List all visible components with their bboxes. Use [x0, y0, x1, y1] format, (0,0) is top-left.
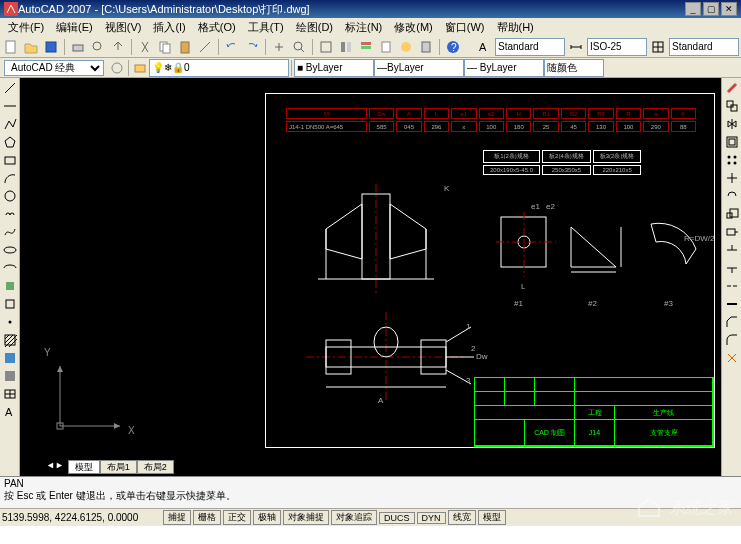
- polar-toggle[interactable]: 极轴: [253, 510, 281, 525]
- dim-style-combo[interactable]: ISO-25: [587, 38, 647, 56]
- point-tool[interactable]: [2, 314, 18, 330]
- toolpalettes-button[interactable]: [357, 38, 375, 56]
- table-tool[interactable]: [2, 386, 18, 402]
- block-tool[interactable]: [2, 296, 18, 312]
- menu-modify[interactable]: 修改(M): [388, 20, 439, 35]
- tab-model[interactable]: 模型: [68, 460, 100, 474]
- copy-tool[interactable]: [724, 98, 740, 114]
- xline-tool[interactable]: [2, 98, 18, 114]
- rect-tool[interactable]: [2, 152, 18, 168]
- explode-tool[interactable]: [724, 350, 740, 366]
- plotstyle-combo[interactable]: 随颜色: [544, 59, 604, 77]
- cut-button[interactable]: [136, 38, 154, 56]
- table-style-combo[interactable]: Standard: [669, 38, 739, 56]
- maximize-button[interactable]: ▢: [703, 2, 719, 16]
- layer-combo[interactable]: 💡❄🔒0: [149, 59, 289, 77]
- open-button[interactable]: [22, 38, 40, 56]
- model-toggle[interactable]: 模型: [478, 510, 506, 525]
- properties-button[interactable]: [317, 38, 335, 56]
- layer-props-button[interactable]: [131, 59, 149, 77]
- circle-tool[interactable]: [2, 188, 18, 204]
- color-combo[interactable]: ■ ByLayer: [294, 59, 374, 77]
- line-tool[interactable]: [2, 80, 18, 96]
- stretch-tool[interactable]: [724, 224, 740, 240]
- tab-layout2[interactable]: 布局2: [137, 460, 174, 474]
- zoom-button[interactable]: [290, 38, 308, 56]
- designcenter-button[interactable]: [337, 38, 355, 56]
- help-button[interactable]: ?: [444, 38, 462, 56]
- ellipsearc-tool[interactable]: [2, 260, 18, 276]
- arc-tool[interactable]: [2, 170, 18, 186]
- linetype-combo[interactable]: — ByLayer: [374, 59, 464, 77]
- text-style-combo[interactable]: Standard: [495, 38, 565, 56]
- extend-tool[interactable]: [724, 260, 740, 276]
- pline-tool[interactable]: [2, 116, 18, 132]
- mirror-tool[interactable]: [724, 116, 740, 132]
- otrack-toggle[interactable]: 对象追踪: [331, 510, 377, 525]
- new-button[interactable]: [2, 38, 20, 56]
- dyn-toggle[interactable]: DYN: [417, 512, 446, 524]
- undo-button[interactable]: [223, 38, 241, 56]
- copy-button[interactable]: [156, 38, 174, 56]
- fillet-tool[interactable]: [724, 332, 740, 348]
- publish-button[interactable]: [109, 38, 127, 56]
- minimize-button[interactable]: _: [685, 2, 701, 16]
- redo-button[interactable]: [243, 38, 261, 56]
- erase-tool[interactable]: [724, 80, 740, 96]
- menu-tools[interactable]: 工具(T): [242, 20, 290, 35]
- chamfer-tool[interactable]: [724, 314, 740, 330]
- menu-file[interactable]: 文件(F): [2, 20, 50, 35]
- lineweight-combo[interactable]: — ByLayer: [464, 59, 544, 77]
- preview-button[interactable]: [89, 38, 107, 56]
- calc-button[interactable]: [417, 38, 435, 56]
- match-button[interactable]: [196, 38, 214, 56]
- polygon-tool[interactable]: [2, 134, 18, 150]
- mtext-tool[interactable]: A: [2, 404, 18, 420]
- pan-button[interactable]: [270, 38, 288, 56]
- ortho-toggle[interactable]: 正交: [223, 510, 251, 525]
- sheetset-button[interactable]: [377, 38, 395, 56]
- osnap-toggle[interactable]: 对象捕捉: [283, 510, 329, 525]
- table-style-icon[interactable]: [649, 38, 667, 56]
- print-button[interactable]: [69, 38, 87, 56]
- revcloud-tool[interactable]: [2, 206, 18, 222]
- save-button[interactable]: [42, 38, 60, 56]
- menu-format[interactable]: 格式(O): [192, 20, 242, 35]
- move-tool[interactable]: [724, 170, 740, 186]
- offset-tool[interactable]: [724, 134, 740, 150]
- text-style-icon[interactable]: A: [475, 38, 493, 56]
- menu-draw[interactable]: 绘图(D): [290, 20, 339, 35]
- spline-tool[interactable]: [2, 224, 18, 240]
- break-tool[interactable]: [724, 278, 740, 294]
- command-line[interactable]: PAN 按 Esc 或 Enter 键退出，或单击右键显示快捷菜单。: [0, 476, 741, 508]
- tab-layout1[interactable]: 布局1: [100, 460, 137, 474]
- gradient-tool[interactable]: [2, 350, 18, 366]
- array-tool[interactable]: [724, 152, 740, 168]
- menu-edit[interactable]: 编辑(E): [50, 20, 99, 35]
- menu-help[interactable]: 帮助(H): [491, 20, 540, 35]
- menu-window[interactable]: 窗口(W): [439, 20, 491, 35]
- region-tool[interactable]: [2, 368, 18, 384]
- close-button[interactable]: ✕: [721, 2, 737, 16]
- workspace-combo[interactable]: AutoCAD 经典: [4, 60, 104, 76]
- menu-view[interactable]: 视图(V): [99, 20, 148, 35]
- menu-dimension[interactable]: 标注(N): [339, 20, 388, 35]
- scale-tool[interactable]: [724, 206, 740, 222]
- insert-tool[interactable]: [2, 278, 18, 294]
- drawing-canvas[interactable]: X Y MDwALe1e2HB1B2B3RaK J14-1 DN500 A=64…: [20, 78, 721, 476]
- snap-toggle[interactable]: 捕捉: [163, 510, 191, 525]
- hatch-tool[interactable]: [2, 332, 18, 348]
- rotate-tool[interactable]: [724, 188, 740, 204]
- join-tool[interactable]: [724, 296, 740, 312]
- paste-button[interactable]: [176, 38, 194, 56]
- markup-button[interactable]: [397, 38, 415, 56]
- workspace-settings-icon[interactable]: [108, 59, 126, 77]
- menu-insert[interactable]: 插入(I): [147, 20, 191, 35]
- ducs-toggle[interactable]: DUCS: [379, 512, 415, 524]
- svg-rect-16: [422, 42, 430, 52]
- trim-tool[interactable]: [724, 242, 740, 258]
- ellipse-tool[interactable]: [2, 242, 18, 258]
- lwt-toggle[interactable]: 线宽: [448, 510, 476, 525]
- grid-toggle[interactable]: 栅格: [193, 510, 221, 525]
- dim-style-icon[interactable]: [567, 38, 585, 56]
